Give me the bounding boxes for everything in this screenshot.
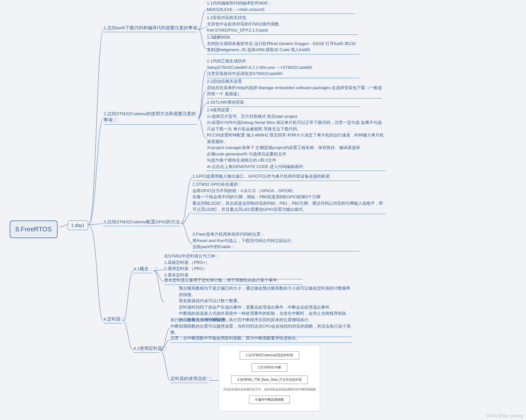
watermark: CSDN @Dai_yahong <box>486 414 523 418</box>
node-day1[interactable]: 1.day1 <box>68 220 88 230</box>
leaf-3-3[interactable]: 3.Flash是单片机用来保存代码的位置： 将Reset and Run勾选上，… <box>192 231 360 251</box>
branch-4-2-c[interactable]: 定时器的使用流程 <box>171 376 208 383</box>
branch-1[interactable]: 1.总结keil5下载代码和编译代码需要注意的事项 <box>104 25 197 32</box>
leaf-1-2[interactable]: 1.2安装对应的支持包 支持包中会提供对应的STM32操作函数。 Keil.ST… <box>207 14 358 35</box>
note-icon <box>163 347 167 350</box>
flow-step-2: 2.打开NVIC中断 <box>252 363 287 372</box>
root-node[interactable]: 8.FreeRTOS <box>10 220 58 238</box>
flow-note: 开启定时器后定时器开始工作，当时间到达后就会调用对应中断回调函数 <box>220 388 316 392</box>
leaf-2-2[interactable]: 2.2启动后相关设置 启动后在菜单栏Help内选择 Manage embedde… <box>207 78 382 98</box>
branch-4-2-label: 4.2使用定时器 <box>134 346 162 351</box>
note-icon <box>208 377 211 381</box>
note-icon <box>154 267 158 271</box>
branch-4-2[interactable]: 4.2使用定时器 <box>134 346 159 353</box>
flow-step-3: 3.使用HAL_TIM_Base_Start_IT去开启定时器 <box>231 376 308 384</box>
leaf-4-1-a[interactable]: 在STM32中定时器分为三种： 1.高级定时器 （PRO+） 2.通用定时器 （… <box>164 253 302 279</box>
branch-1-label: 1.总结keil5下载代码和编译代码需要注意的事项 <box>104 25 197 30</box>
leaf-3-2[interactable]: 2.STM32 GPIO命名规则： 会将GPIO分为不同的组：A,B,C,D （… <box>192 181 385 214</box>
leaf-1-3[interactable]: 1.3破解MDK 关闭防火墙和杀毒软件后 运行软件Keil Generic Ke… <box>207 34 360 54</box>
branch-4-1[interactable]: 4.1概念： <box>134 266 152 273</box>
flow-step-4: 4.编写中断回调函数 <box>249 396 290 404</box>
leaf-1-1[interactable]: 1.1代码编辑和代码编译软件MDK： MDK529.EXE --->Keil u… <box>207 0 355 14</box>
branch-2-label: 2.总结STM32Cubemx的使用方法和需要注意的事项 <box>104 111 196 122</box>
leaf-3-1[interactable]: 1.GPIO是通用输入输出接口，GPIO可以作为单片机和外部设备连接的桥梁 <box>192 173 360 181</box>
note-icon <box>122 318 125 321</box>
branch-4-2-c-label: 定时器的使用流程 <box>171 376 207 381</box>
flow-step-1: 1.在STM32Cubemx设置定时时间 <box>240 351 300 359</box>
leaf-4-2-b[interactable]: 注意：在中断函数中不能使用延时函数。因为中断函数要求快进快出。 <box>171 335 352 343</box>
leaf-4-1-b[interactable]: 基本定时器主要用于定时和计数，用于周期性的执行某个事件。 <box>164 277 302 285</box>
timer-flow-image: 1.在STM32Cubemx设置定时时间 2.打开NVIC中断 3.使用HAL_… <box>219 345 320 411</box>
leaf-4-2-a[interactable]: 执行的函数称为 中断回调函数： 中断回调函数的位置可以随意放置，当时间到达后CP… <box>171 317 352 337</box>
leaf-2-4[interactable]: 2.4使用设置： 1>选择芯片型号、芯片封装格式 然后start project… <box>207 107 385 171</box>
branch-3-label: 3.总结STM32Cubemx配置GPIO的方法 <box>104 219 180 224</box>
branch-4-1-label: 4.1概念： <box>134 266 153 271</box>
branch-2[interactable]: 2.总结STM32Cubemx的使用方法和需要注意的事项 <box>104 111 197 125</box>
branch-3[interactable]: 3.总结STM32Cubemx配置GPIO的方法 <box>104 219 180 226</box>
branch-4[interactable]: 4.定时器 <box>104 316 122 323</box>
leaf-2-3[interactable]: 2.3STLINK驱动安装 <box>207 99 360 107</box>
note-icon <box>181 220 184 224</box>
note-icon <box>198 26 202 30</box>
leaf-2-1[interactable]: 2.1代码工程生成软件 SetupSTM32CubeMX-6.2.1-Win.e… <box>207 58 360 78</box>
branch-4-label: 4.定时器 <box>104 317 121 322</box>
note-icon <box>114 118 117 122</box>
